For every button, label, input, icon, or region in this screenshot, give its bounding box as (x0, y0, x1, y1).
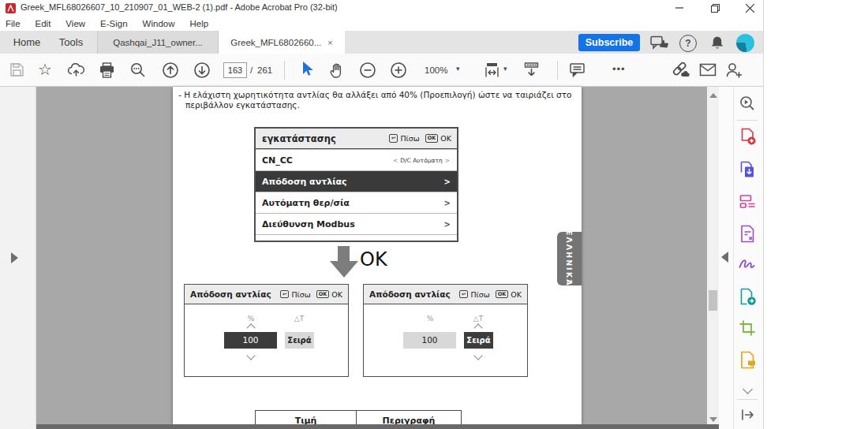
prepare-form-icon[interactable] (738, 224, 757, 243)
document-tab-qashqai[interactable]: Qashqai_J11_owner... (97, 31, 219, 54)
percent-value: 100 (403, 332, 456, 349)
menu-row-cnext-cut: CN_EXT (256, 234, 457, 242)
export-pdf-icon[interactable] (738, 159, 757, 178)
send-for-signature-icon[interactable] (738, 287, 757, 306)
language-tab-label: ΕΛΛΗΝΙΚΆ (565, 230, 574, 287)
sticky-note-comment-icon[interactable] (738, 350, 757, 369)
print-icon[interactable] (99, 62, 115, 78)
menu-row-modbus: Διεύθυνση Modbus > (256, 213, 457, 234)
tab-close-icon[interactable]: × (327, 38, 332, 47)
user-avatar[interactable] (736, 34, 754, 52)
right-chevron-icon: > (445, 157, 450, 164)
table-header-row: Τιμή Περιγραφή (256, 411, 462, 425)
hand-tool-icon[interactable] (328, 62, 345, 79)
menu-help[interactable]: Help (190, 19, 209, 28)
tools-divider (737, 399, 758, 400)
left-chevron-icon: < (393, 157, 398, 164)
scrolling-mode-icon[interactable] (522, 61, 541, 79)
window-title: Greek_MFL68026607_10_210907_01_WEB-2 (1)… (21, 2, 338, 12)
ok-badge-icon: OK (316, 290, 330, 299)
value-description-table: Τιμή Περιγραφή (255, 410, 462, 424)
pdf-body-text: περιβάλλον εγκατάστασης. (185, 100, 300, 110)
subscribe-button[interactable]: Subscribe (578, 34, 640, 51)
device-menu-figure: εγκατάστασης ↩ Πίσω OK OK CN_CC <D/C Αυτ… (254, 127, 458, 242)
back-label: Πίσω (400, 134, 419, 143)
percent-column-label: % (413, 315, 447, 323)
crop-pages-icon[interactable] (738, 319, 757, 338)
close-icon (746, 4, 754, 13)
zoom-in-icon[interactable] (390, 62, 407, 79)
menu-view[interactable]: View (65, 19, 85, 28)
scrollbar-thumb[interactable] (709, 290, 717, 311)
zoom-out-icon[interactable] (359, 62, 376, 79)
pump-capacity-panel-left: Απόδοση αντλίας ↩ Πίσω OK OK % △T 100 Σε… (184, 284, 349, 377)
save-icon[interactable] (9, 62, 24, 77)
menu-row-auto-temp: Αυτόματη θερ/σία > (256, 192, 457, 213)
more-options-ellipsis-icon[interactable]: ••• (612, 63, 626, 75)
vertical-scrollbar[interactable] (707, 87, 719, 429)
edit-pdf-icon[interactable] (738, 192, 757, 211)
acrobat-window: Greek_MFL68026607_10_210907_01_WEB-2 (1)… (0, 0, 868, 429)
menu-esign[interactable]: E-Sign (100, 19, 128, 28)
delta-t-value: Σειρά (285, 332, 314, 349)
collapse-right-pane-icon[interactable] (721, 252, 728, 263)
feedback-icon[interactable] (650, 35, 670, 50)
more-tools-chevron-icon[interactable] (738, 381, 757, 400)
row-chevron-icon: > (444, 177, 457, 186)
ok-label: OK (511, 290, 522, 299)
marquee-zoom-icon[interactable] (738, 94, 757, 113)
add-user-icon[interactable] (724, 62, 743, 79)
share-link-icon[interactable] (671, 62, 690, 80)
minimize-button[interactable] (666, 0, 693, 16)
comment-icon[interactable] (569, 62, 586, 78)
fit-dropdown-caret-icon[interactable]: ▾ (503, 65, 507, 73)
search-icon[interactable] (129, 62, 147, 79)
menu-file[interactable]: File (6, 19, 21, 28)
scroll-up-arrow-icon[interactable] (709, 93, 717, 98)
zoom-dropdown-caret-icon[interactable]: ▾ (456, 65, 460, 73)
menu-row-cncc: CN_CC <D/C Αυτόματη> (256, 149, 457, 170)
step-up-chevron-icon (473, 323, 482, 332)
create-pdf-icon[interactable] (738, 127, 757, 146)
email-icon[interactable] (699, 63, 716, 76)
tab-tools[interactable]: Tools (52, 31, 90, 54)
delta-t-column-label: △T (461, 315, 496, 323)
ok-step-label: OK (360, 248, 387, 270)
previous-page-icon[interactable] (162, 62, 179, 79)
collapse-tools-pane-icon[interactable] (738, 405, 757, 424)
menu-edit[interactable]: Edit (36, 19, 51, 28)
notifications-bell-icon[interactable] (709, 35, 725, 51)
tab-home[interactable]: Home (8, 31, 46, 54)
share-cloud-icon[interactable] (67, 62, 85, 77)
scroll-down-arrow-icon[interactable] (709, 417, 717, 422)
close-button[interactable] (736, 0, 763, 16)
restore-button[interactable] (702, 0, 728, 16)
document-tab-greek-active[interactable]: Greek_MFL6802660... × (219, 31, 345, 54)
window-edge (763, 0, 764, 429)
back-label: Πίσω (470, 290, 489, 299)
step-up-chevron-icon (246, 323, 255, 332)
panel-header: Απόδοση αντλίας ↩ Πίσω OK OK (185, 285, 348, 304)
help-icon[interactable]: ? (679, 35, 697, 52)
next-page-icon[interactable] (193, 62, 211, 79)
zoom-level-value[interactable]: 100% (425, 65, 447, 75)
toolbar-divider (557, 61, 558, 80)
device-menu-title: εγκατάστασης (256, 133, 389, 144)
row-chevron-icon: > (444, 199, 457, 207)
expand-left-pane-icon[interactable] (11, 252, 18, 263)
menu-window[interactable]: Window (143, 19, 175, 28)
toolbar-divider (284, 61, 285, 80)
row-chevron-icon: > (444, 220, 457, 229)
fill-and-sign-icon[interactable] (738, 255, 757, 274)
restore-icon (711, 4, 720, 13)
back-badge-icon: ↩ (459, 290, 468, 299)
select-tool-icon[interactable] (300, 61, 314, 78)
back-label: Πίσω (291, 290, 310, 299)
star-favorite-icon[interactable]: ☆ (38, 60, 52, 79)
fit-width-icon[interactable] (483, 61, 501, 79)
page-number-input[interactable] (223, 62, 247, 78)
document-tab-greek-label: Greek_MFL6802660... (230, 38, 321, 47)
page-total: 261 (257, 65, 272, 75)
ok-arrow-icon (338, 246, 350, 261)
pump-capacity-panel-right: Απόδοση αντλίας ↩ Πίσω OK OK % △T 100 Σε… (363, 284, 528, 377)
